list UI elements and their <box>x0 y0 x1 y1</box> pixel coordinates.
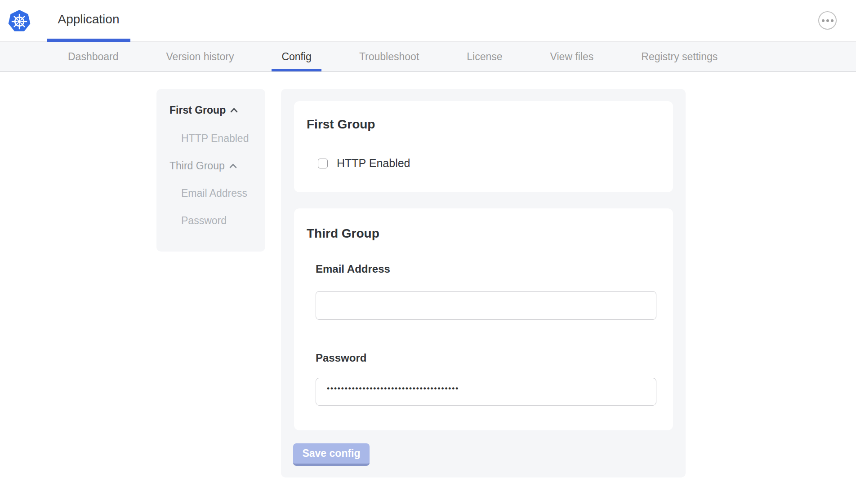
group-title: Third Group <box>307 226 379 241</box>
group-title: First Group <box>307 117 375 132</box>
email-address-input[interactable] <box>316 291 656 320</box>
sidebar-item-first-group[interactable]: First Group <box>169 104 238 116</box>
config-page: First Group HTTP Enabled Third Group Ema… <box>0 72 856 504</box>
sidebar-item-label: Password <box>181 215 227 227</box>
chevron-up-icon <box>230 108 238 113</box>
checkbox-label: HTTP Enabled <box>337 157 410 170</box>
http-enabled-option[interactable]: HTTP Enabled <box>318 157 410 170</box>
config-group-card-first: First Group HTTP Enabled <box>294 101 673 192</box>
sidebar-item-http-enabled[interactable]: HTTP Enabled <box>181 133 249 145</box>
sidebar-item-password[interactable]: Password <box>181 215 227 227</box>
kubernetes-logo-icon <box>8 9 31 33</box>
sidebar-item-label: Third Group <box>169 160 225 172</box>
sidebar-item-label: First Group <box>169 104 226 116</box>
app-header: Application <box>0 0 856 42</box>
password-label: Password <box>316 352 366 364</box>
tab-license[interactable]: License <box>467 42 502 71</box>
app-navbar: Dashboard Version history Config Trouble… <box>0 42 856 72</box>
ellipsis-menu-icon[interactable] <box>818 11 837 30</box>
sidebar-item-label: Email Address <box>181 187 247 199</box>
tab-troubleshoot[interactable]: Troubleshoot <box>359 42 419 71</box>
tab-view-files[interactable]: View files <box>550 42 594 71</box>
sidebar-item-third-group[interactable]: Third Group <box>169 160 237 172</box>
tab-application[interactable]: Application <box>47 0 130 42</box>
save-config-button[interactable]: Save config <box>293 443 370 466</box>
config-sidebar: First Group HTTP Enabled Third Group Ema… <box>156 89 265 252</box>
email-address-label: Email Address <box>316 263 390 275</box>
chevron-up-icon <box>229 164 237 168</box>
config-form-panel: First Group HTTP Enabled Third Group Ema… <box>281 89 686 477</box>
http-enabled-checkbox[interactable] <box>318 159 328 168</box>
tab-config[interactable]: Config <box>281 42 311 71</box>
sidebar-item-label: HTTP Enabled <box>181 133 249 145</box>
tab-registry-settings[interactable]: Registry settings <box>641 42 718 71</box>
config-group-card-third: Third Group Email Address Password <box>294 208 673 430</box>
password-input[interactable] <box>316 378 656 406</box>
tab-version-history[interactable]: Version history <box>166 42 234 71</box>
tab-dashboard[interactable]: Dashboard <box>68 42 119 71</box>
sidebar-item-email-address[interactable]: Email Address <box>181 187 247 199</box>
